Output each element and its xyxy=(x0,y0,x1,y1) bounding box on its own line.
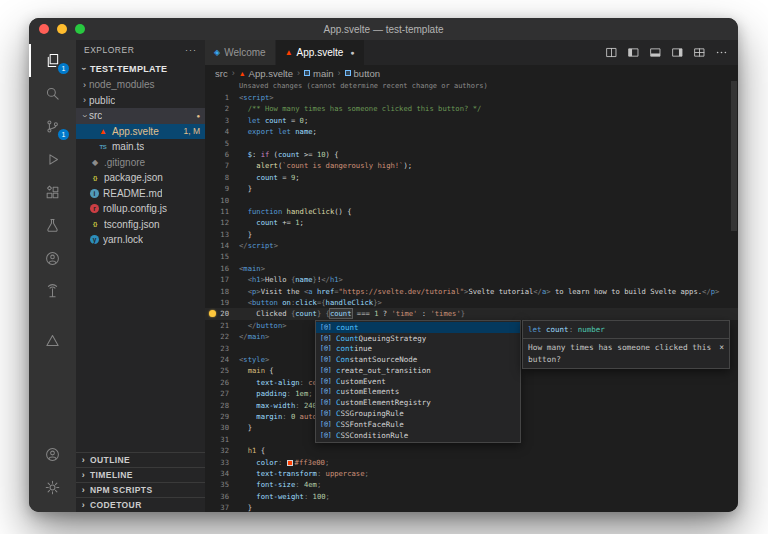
suggestion-constantsourcenode[interactable]: [@]ConstantSourceNode xyxy=(316,354,520,365)
line-number[interactable]: 18 xyxy=(205,286,239,297)
suggestion-create_out_transition[interactable]: [@]create_out_transition xyxy=(316,365,520,376)
code-text[interactable]: <style> xyxy=(239,354,269,365)
layout-sidebar-right-icon[interactable] xyxy=(671,46,684,59)
extensions-icon[interactable] xyxy=(29,176,76,209)
dirty-dot-icon[interactable]: ● xyxy=(350,49,354,56)
minimize-window-button[interactable] xyxy=(57,24,67,34)
search-icon[interactable] xyxy=(29,77,76,110)
live-share-icon[interactable] xyxy=(29,242,76,275)
code-text[interactable]: count += 1; xyxy=(239,217,304,228)
code-text[interactable]: } xyxy=(239,422,252,433)
line-number[interactable]: 29 xyxy=(205,411,239,422)
code-text[interactable]: count = 9; xyxy=(239,172,300,183)
close-icon[interactable]: × xyxy=(719,342,724,365)
code-text[interactable]: font-size: 4em; xyxy=(239,479,321,490)
folder-node_modules[interactable]: ›node_modules xyxy=(76,77,205,93)
suggestion-countqueuingstrategy[interactable]: [@]CountQueuingStrategy xyxy=(316,333,520,344)
line-number[interactable]: 9 xyxy=(205,183,239,194)
line-number[interactable]: 13 xyxy=(205,229,239,240)
suggestion-customevent[interactable]: [@]CustomEvent xyxy=(316,376,520,387)
line-number[interactable]: 22 xyxy=(205,331,239,342)
code-text[interactable]: <script> xyxy=(239,92,274,103)
line-number[interactable]: 25 xyxy=(205,365,239,376)
line-number[interactable]: 26 xyxy=(205,377,239,388)
code-text[interactable]: </button> xyxy=(239,320,287,331)
code-text[interactable]: export let name; xyxy=(239,126,317,137)
file-README.md[interactable]: iREADME.md xyxy=(76,186,205,202)
breadcrumb-main[interactable]: main xyxy=(304,68,334,79)
line-number[interactable]: 3 xyxy=(205,115,239,126)
run-debug-icon[interactable] xyxy=(29,143,76,176)
section-timeline[interactable]: ›TIMELINE xyxy=(76,467,205,482)
line-number[interactable]: 23 xyxy=(205,343,239,354)
remote-explorer-icon[interactable] xyxy=(29,275,76,308)
code-text[interactable]: } xyxy=(239,502,252,512)
close-window-button[interactable] xyxy=(39,24,49,34)
tab-welcome[interactable]: ◈Welcome xyxy=(205,40,276,65)
codetour-icon[interactable] xyxy=(29,324,76,357)
line-number[interactable]: 14 xyxy=(205,240,239,251)
project-root-row[interactable]: › TEST-TEMPLATE xyxy=(76,60,205,77)
section-codetour[interactable]: ›CODETOUR xyxy=(76,497,205,512)
breadcrumb-src[interactable]: src xyxy=(215,68,228,79)
breadcrumb-button[interactable]: button xyxy=(345,68,380,79)
more-actions-icon[interactable]: ··· xyxy=(185,45,197,55)
line-number[interactable]: 24 xyxy=(205,354,239,365)
lightbulb-icon[interactable] xyxy=(209,310,216,317)
line-number[interactable]: 7 xyxy=(205,160,239,171)
line-number[interactable]: 27 xyxy=(205,388,239,399)
code-text[interactable]: color: #ff3e00; xyxy=(239,457,329,468)
code-text[interactable]: <h1>Hello {name}!</h1> xyxy=(239,274,343,285)
file-.gitignore[interactable]: ◆.gitignore xyxy=(76,155,205,171)
code-text[interactable]: </script> xyxy=(239,240,278,251)
code-text[interactable]: <p>Visit the <a href="https://svelte.dev… xyxy=(239,286,719,297)
line-number[interactable]: 11 xyxy=(205,206,239,217)
explorer-icon[interactable]: 1 xyxy=(29,44,76,77)
code-editor[interactable]: Unsaved changes (cannot determine recent… xyxy=(205,81,738,512)
zoom-window-button[interactable] xyxy=(75,24,85,34)
split-editor-icon[interactable] xyxy=(605,46,618,59)
file-rollup.config.js[interactable]: rrollup.config.js xyxy=(76,201,205,217)
code-text[interactable]: Clicked {count} {count === 1 ? 'time' : … xyxy=(239,308,465,319)
code-text[interactable]: function handleClick() { xyxy=(239,206,352,217)
line-number[interactable]: 5 xyxy=(205,138,239,149)
layout-sidebar-left-icon[interactable] xyxy=(627,46,640,59)
file-tsconfig.json[interactable]: {}tsconfig.json xyxy=(76,217,205,233)
layout-panel-icon[interactable] xyxy=(649,46,662,59)
code-text[interactable]: font-weight: 100; xyxy=(239,491,330,502)
code-text[interactable]: /** How many times has someone clicked t… xyxy=(239,103,481,114)
breadcrumb-app-svelte[interactable]: ▲App.svelte xyxy=(239,68,293,79)
line-number[interactable]: 16 xyxy=(205,263,239,274)
line-number[interactable]: 2 xyxy=(205,103,239,114)
code-text[interactable]: h1 { xyxy=(239,445,265,456)
suggestion-cssconditionrule[interactable]: [@]CSSConditionRule xyxy=(316,430,520,441)
code-text[interactable]: <button on:click={handleClick}> xyxy=(239,297,382,308)
suggestion-customelementregistry[interactable]: [@]CustomElementRegistry xyxy=(316,398,520,409)
suggestion-customelements[interactable]: [@]customElements xyxy=(316,387,520,398)
code-text[interactable]: <main> xyxy=(239,263,265,274)
line-number[interactable]: 30 xyxy=(205,422,239,433)
line-number[interactable]: 8 xyxy=(205,172,239,183)
file-package.json[interactable]: {}package.json xyxy=(76,170,205,186)
line-number[interactable]: 17 xyxy=(205,274,239,285)
line-number[interactable]: 33 xyxy=(205,457,239,468)
code-text[interactable]: main { xyxy=(239,365,274,376)
code-text[interactable]: } xyxy=(239,229,252,240)
folder-src[interactable]: ›src● xyxy=(76,108,205,124)
suggestion-cssgroupingrule[interactable]: [@]CSSGroupingRule xyxy=(316,408,520,419)
code-text[interactable]: padding: 1em; xyxy=(239,388,313,399)
settings-icon[interactable] xyxy=(29,471,76,504)
line-number[interactable]: 28 xyxy=(205,400,239,411)
suggestion-continue[interactable]: [@]continue xyxy=(316,344,520,355)
code-text[interactable]: let count = 0; xyxy=(239,115,308,126)
file-main.ts[interactable]: TSmain.ts xyxy=(76,139,205,155)
accounts-icon[interactable] xyxy=(29,438,76,471)
customize-layout-icon[interactable] xyxy=(693,46,706,59)
suggestion-cssfontfacerule[interactable]: [@]CSSFontFaceRule xyxy=(316,419,520,430)
line-number[interactable]: 34 xyxy=(205,468,239,479)
line-number[interactable]: 32 xyxy=(205,445,239,456)
line-number[interactable]: 10 xyxy=(205,195,239,206)
line-number[interactable]: 19 xyxy=(205,297,239,308)
code-text[interactable]: $: if (count >= 10) { xyxy=(239,149,339,160)
code-text[interactable]: margin: 0 auto; xyxy=(239,411,321,422)
